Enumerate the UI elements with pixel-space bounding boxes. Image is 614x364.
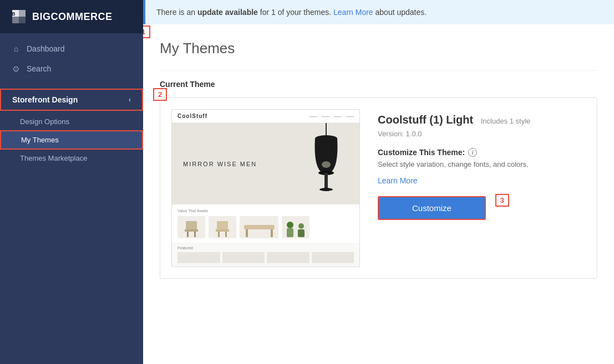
preview-featured-label: Featured: [177, 246, 354, 250]
preview-lamp-svg: [307, 123, 346, 195]
preview-product-4: [282, 216, 309, 238]
customize-button[interactable]: Customize: [378, 196, 486, 220]
theme-name-row: Coolstuff (1) Light Includes 1 style: [378, 114, 586, 126]
plant-icon: [284, 218, 307, 238]
chair-icon-2: [211, 218, 234, 238]
sidebar-section-storefront: Storefront Design ‹ Design Options My Th…: [0, 89, 143, 169]
svg-point-10: [322, 161, 331, 168]
theme-info: Coolstuff (1) Light Includes 1 style Ver…: [378, 109, 586, 267]
theme-name: Coolstuff (1) Light Includes 1 style: [378, 114, 530, 126]
alert-banner: There is an update available for 1 of yo…: [143, 0, 614, 24]
main-content: There is an update available for 1 of yo…: [143, 0, 614, 364]
svg-marker-2: [12, 17, 19, 23]
preview-nav: —— —— —— ——: [309, 114, 354, 118]
svg-text:B: B: [12, 11, 16, 17]
preview-hero: MIRROR WISE MEN: [172, 123, 359, 204]
svg-rect-22: [287, 228, 293, 237]
sidebar-item-themes-marketplace[interactable]: Themes Marketplace: [0, 150, 143, 167]
current-theme-section: 2 Current Theme CoolStuff —— —— —— ——: [160, 70, 597, 279]
preview-product-3: [240, 216, 278, 238]
svg-point-24: [287, 222, 293, 228]
svg-marker-1: [19, 10, 26, 17]
svg-rect-21: [271, 229, 273, 237]
chevron-icon: ‹: [129, 96, 131, 104]
annotation-1: 1: [143, 25, 150, 38]
theme-version: Version: 1.0.0: [378, 130, 586, 138]
preview-header: CoolStuff —— —— —— ——: [172, 110, 359, 123]
preview-products-label: Value That Awaits: [177, 209, 354, 213]
alert-highlight: update available: [197, 8, 258, 17]
theme-preview: CoolStuff —— —— —— —— MIRROR WISE MEN: [171, 109, 360, 267]
alert-text-before: There is an: [156, 8, 197, 17]
customize-label-text: Customize This Theme:: [378, 148, 465, 157]
sidebar-item-my-themes[interactable]: My Themes: [0, 130, 143, 150]
preview-product-row: [177, 216, 354, 238]
storefront-design-header[interactable]: Storefront Design ‹: [0, 89, 143, 111]
preview-featured-item: [267, 252, 309, 263]
preview-brand: CoolStuff: [177, 113, 207, 119]
sidebar: B BIGCOMMERCE ⌂ Dashboard ⊙ Search Store…: [0, 0, 143, 364]
svg-point-9: [319, 188, 333, 191]
page-body: 1 My Themes 2 Current Theme CoolStuff ——: [143, 24, 614, 364]
sidebar-item-design-options[interactable]: Design Options: [0, 113, 143, 130]
logo-container: B BIGCOMMERCE: [0, 0, 143, 33]
sidebar-nav: ⌂ Dashboard ⊙ Search: [0, 33, 143, 84]
sidebar-item-search[interactable]: ⊙ Search: [0, 59, 143, 79]
info-icon[interactable]: i: [468, 148, 477, 157]
svg-rect-15: [217, 221, 228, 229]
storefront-section-label: Storefront Design: [12, 95, 78, 104]
preview-featured-item: [222, 252, 265, 263]
customize-btn-wrapper: Customize 3: [378, 196, 486, 220]
learn-more-link[interactable]: Learn More: [378, 176, 586, 185]
svg-rect-14: [185, 229, 198, 232]
customize-label: Customize This Theme: i: [378, 148, 586, 157]
preview-product-1: [177, 216, 205, 238]
home-icon: ⌂: [11, 44, 21, 53]
alert-learn-more-link[interactable]: Learn More: [333, 8, 373, 17]
chair-icon-1: [180, 218, 202, 238]
preview-product-2: [209, 216, 236, 238]
svg-rect-19: [244, 225, 275, 229]
theme-card: CoolStuff —— —— —— —— MIRROR WISE MEN: [160, 98, 597, 279]
annotation-3: 3: [495, 194, 509, 207]
svg-rect-18: [216, 229, 229, 232]
preview-products: Value That Awaits: [172, 204, 359, 243]
customize-desc: Select style variation, change fonts, an…: [378, 160, 586, 168]
preview-hero-text: MIRROR WISE MEN: [172, 150, 268, 178]
preview-featured: Featured: [172, 243, 359, 266]
alert-text-after: about updates.: [373, 8, 427, 17]
search-icon: ⊙: [11, 64, 21, 73]
svg-rect-20: [246, 229, 248, 237]
svg-point-25: [298, 223, 304, 229]
annotation-2: 2: [153, 88, 167, 101]
preview-inner: CoolStuff —— —— —— —— MIRROR WISE MEN: [172, 110, 359, 266]
sidebar-item-label-dashboard: Dashboard: [27, 44, 65, 53]
bigcommerce-logo-icon: B: [10, 8, 28, 25]
svg-rect-8: [324, 173, 328, 189]
page-title: My Themes: [160, 40, 597, 57]
svg-marker-3: [19, 17, 26, 23]
storefront-sub-items: Design Options My Themes Themes Marketpl…: [0, 111, 143, 169]
sidebar-item-dashboard[interactable]: ⌂ Dashboard: [0, 39, 143, 59]
svg-rect-23: [298, 229, 305, 237]
preview-featured-grid: [177, 252, 354, 263]
svg-rect-11: [186, 221, 197, 229]
preview-hero-heading: MIRROR WISE MEN: [183, 161, 257, 167]
bench-icon: [241, 218, 277, 238]
sidebar-item-label-search: Search: [27, 64, 51, 73]
theme-name-text: Coolstuff (1) Light: [378, 114, 473, 126]
alert-text-middle: for 1 of your themes.: [258, 8, 333, 17]
theme-includes: Includes 1 style: [481, 117, 531, 125]
logo-text: BIGCOMMERCE: [32, 11, 113, 23]
preview-featured-item: [177, 252, 220, 263]
current-theme-label: Current Theme: [160, 70, 597, 89]
preview-featured-item: [312, 252, 354, 263]
